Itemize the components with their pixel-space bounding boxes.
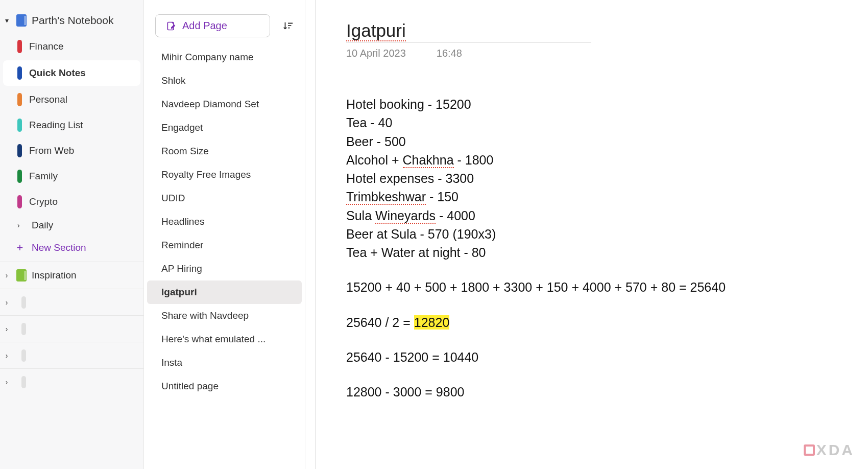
watermark: XDA [804,441,855,459]
note-content[interactable]: Igatpuri 10 April 2023 16:48 Hotel booki… [305,0,868,469]
page-item[interactable]: Mihir Company name [144,45,305,69]
page-item[interactable]: UDID [144,186,305,210]
section-label: Daily [32,220,53,231]
page-item[interactable]: Here's what emulated ... [144,327,305,351]
plus-icon: + [15,241,25,254]
sort-icon[interactable] [282,20,294,32]
section-item[interactable]: Quick Notes [3,60,140,86]
page-item[interactable]: Reminder [144,233,305,257]
section-color-tab [17,93,22,106]
note-line: Tea + Water at night - 80 [346,243,868,262]
margin-line [316,0,316,469]
section-color-tab [17,170,22,183]
note-line: Hotel expenses - 3300 [346,169,868,187]
chevron-right-icon: › [2,298,11,307]
chevron-right-icon: › [2,378,11,386]
notebook-icon [16,269,27,282]
sidebar-notebooks: ▾ Parth's Notebook FinanceQuick NotesPer… [0,0,144,469]
chevron-right-icon: › [2,271,11,279]
note-div-line: 25640 / 2 = 12820 [346,313,868,332]
section-daily[interactable]: › Daily [0,215,143,236]
section-item[interactable]: From Web [0,138,143,163]
notebook-label: Inspiration [32,270,77,281]
note-date: 10 April 2023 [346,48,406,59]
section-label: Family [29,171,58,182]
notebook-inspiration[interactable]: › Inspiration [0,262,143,289]
add-page-icon [166,21,176,31]
section-label: Reading List [29,120,83,131]
notebook-title: Parth's Notebook [32,14,113,27]
section-color-tab [17,66,22,80]
collapsed-notebook[interactable]: › [0,342,143,368]
section-color-tab [17,144,22,157]
section-item[interactable]: Reading List [0,112,143,138]
section-color-tab [17,119,22,132]
collapsed-notebook[interactable]: › [0,368,143,395]
section-item[interactable]: Personal [0,87,143,112]
watermark-icon [804,444,815,456]
new-section-label: New Section [32,242,86,253]
note-line: Sula Wineyards - 4000 [346,206,868,225]
notebook-icon [21,376,26,388]
collapsed-notebook[interactable]: › [0,315,143,342]
page-item[interactable]: AP Hiring [144,257,305,280]
section-color-tab [17,195,22,208]
chevron-right-icon: › [2,351,11,360]
note-line: Alcohol + Chakhna - 1800 [346,151,868,169]
notebook-icon [21,296,26,309]
note-sub1-line: 25640 - 15200 = 10440 [346,348,868,366]
chevron-right-icon: › [2,325,11,333]
note-line: Tea - 40 [346,113,868,132]
chevron-down-icon: ▾ [2,16,11,25]
note-body[interactable]: Hotel booking - 15200Tea - 40Beer - 500A… [346,95,868,401]
section-item[interactable]: Finance [0,34,143,59]
collapsed-notebook[interactable]: › [0,289,143,315]
notebook-icon [21,323,26,335]
note-line: Trimbkeshwar - 150 [346,187,868,206]
note-sum-line: 15200 + 40 + 500 + 1800 + 3300 + 150 + 4… [346,278,868,296]
note-line: Beer - 500 [346,132,868,151]
note-time: 16:48 [437,48,462,59]
note-title[interactable]: Igatpuri [346,20,591,42]
page-item[interactable]: Insta [144,351,305,374]
section-label: From Web [29,145,74,156]
note-meta: 10 April 2023 16:48 [346,48,868,59]
page-item[interactable]: Igatpuri [147,280,302,304]
section-label: Quick Notes [29,67,86,79]
section-item[interactable]: Crypto [0,189,143,215]
page-item[interactable]: Shlok [144,69,305,92]
new-section-button[interactable]: + New Section [0,236,143,260]
page-item[interactable]: Navdeep Diamond Set [144,92,305,116]
section-label: Finance [29,41,64,52]
notebook-icon [21,349,26,362]
add-page-label: Add Page [182,20,227,32]
page-item[interactable]: Share with Navdeep [144,304,305,327]
section-label: Crypto [29,196,58,207]
section-item[interactable]: Family [0,163,143,189]
pages-panel: Add Page Mihir Company nameShlokNavdeep … [144,0,305,469]
notebook-header[interactable]: ▾ Parth's Notebook [0,10,143,34]
page-item[interactable]: Engadget [144,116,305,139]
note-line: Beer at Sula - 570 (190x3) [346,225,868,243]
page-item[interactable]: Room Size [144,139,305,163]
page-item[interactable]: Untitled page [144,374,305,398]
note-line: Hotel booking - 15200 [346,95,868,113]
page-item[interactable]: Headlines [144,210,305,233]
note-sub2-line: 12800 - 3000 = 9800 [346,383,868,401]
notebook-icon [16,14,27,27]
page-item[interactable]: Royalty Free Images [144,163,305,186]
section-label: Personal [29,94,67,105]
chevron-right-icon: › [17,221,25,229]
add-page-button[interactable]: Add Page [155,14,270,37]
section-color-tab [17,40,22,53]
